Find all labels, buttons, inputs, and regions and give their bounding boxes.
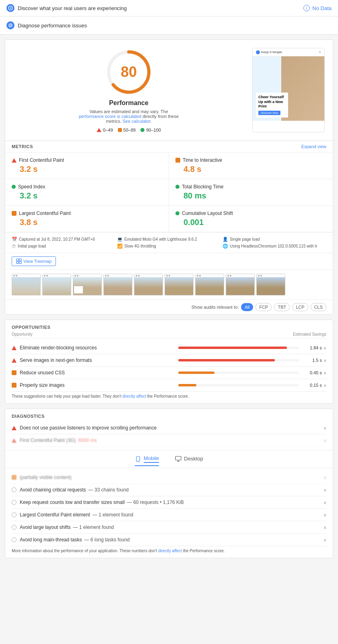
preview-logo: Keep It Simple: [256, 50, 282, 54]
metric-item-lcp: Largest Contentful Paint 3.8 s: [5, 206, 169, 232]
metric-name-lcp: Largest Contentful Paint: [12, 211, 162, 216]
filter-cls-button[interactable]: CLS: [311, 303, 326, 311]
diag-detail-7: — 1 element found: [73, 524, 114, 530]
diag-item-8[interactable]: Avoid long main-thread tasks — 6 long ta…: [12, 534, 326, 546]
mobile-icon: [135, 456, 141, 462]
diag-note-link[interactable]: directly affect: [158, 549, 182, 553]
diag-indicator-7: [12, 525, 16, 530]
opp-indicator-3: [12, 370, 16, 375]
signal-icon: 📶: [117, 244, 123, 249]
metric-value-si: 3.2 s: [12, 191, 162, 200]
metric-indicator-lcp: [12, 211, 16, 216]
metrics-grid: First Contentful Paint 3.2 s Time to Int…: [5, 153, 333, 232]
metric-name-tti: Time to Interactive: [175, 157, 326, 163]
view-treemap-button[interactable]: View Treemap: [12, 256, 56, 266]
diag-chevron-7: ∨: [324, 525, 326, 530]
diag-name-8: Avoid long main-thread tasks — 6 long ta…: [20, 537, 320, 543]
diag-name-4: Avoid chaining critical requests — 33 ch…: [20, 487, 320, 493]
info-browser: 🌐 Using HeadlessChromium 102.0.5005.115 …: [223, 244, 326, 249]
opportunities-header: OPPORTUNITIES: [12, 325, 326, 330]
metric-name-si: Speed Index: [12, 184, 162, 190]
diag-chevron-4: ∨: [324, 488, 326, 492]
opp-item-4[interactable]: Properly size images 0.15 s ∨: [12, 379, 326, 392]
opp-bar-4: [178, 384, 196, 386]
opp-bar-wrap-3: [178, 372, 299, 374]
diag-indicator-3: [12, 475, 16, 480]
filter-lcp-button[interactable]: LCP: [292, 303, 308, 311]
filter-all-button[interactable]: All: [241, 303, 253, 311]
info-load-text: Single page load: [230, 237, 260, 242]
diag-name-5: Keep request counts low and transfer siz…: [20, 500, 320, 505]
savings-col-header: Estimated Savings: [293, 332, 326, 336]
treemap-label: View Treemap: [23, 259, 52, 264]
opp-note-link[interactable]: directly affect: [122, 394, 146, 398]
expand-view-button[interactable]: Expand view: [301, 144, 326, 149]
opp-indicator-4: [12, 383, 16, 388]
info-initial-text: Initial page load: [18, 244, 46, 248]
diag-item-2[interactable]: First Contentful Paint (3G) 6900 ms ∨: [12, 434, 326, 447]
info-initial-load: ⏱ Initial page load: [12, 244, 115, 249]
opp-item-1[interactable]: Eliminate render-blocking resources 1.84…: [12, 342, 326, 354]
filter-fcp-button[interactable]: FCP: [256, 303, 272, 311]
main-card: 80 Performance Values are estimated and …: [5, 39, 333, 315]
diag-indicator-1: [12, 426, 16, 430]
tab-mobile[interactable]: Mobile: [135, 453, 159, 466]
top-bar-title: Discover what your real users are experi…: [18, 5, 127, 11]
info-device-text: Emulated Moto G4 with Lighthouse 9.6.2: [124, 237, 197, 242]
opp-item-3[interactable]: Reduce unused CSS 0.45 s ∨: [12, 367, 326, 379]
diag-indicator-5: [12, 500, 16, 505]
top-bar-left: Discover what your real users are experi…: [6, 4, 127, 12]
metric-value-cls: 0.001: [175, 218, 326, 227]
section-header-icon: [6, 21, 14, 29]
diag-name-2: First Contentful Paint (3G) 6900 ms: [20, 438, 320, 443]
opp-savings-2: 1.5 s ∨: [302, 358, 326, 363]
opportunities-sub-header: Opportunity Estimated Savings: [12, 332, 326, 339]
info-bar: 📅 Captured at Jul 8, 2022, 10:27 PM GMT+…: [5, 232, 333, 253]
diag-item-1[interactable]: Does not use passive listeners to improv…: [12, 422, 326, 434]
diagnostics-header: DIAGNOSTICS: [12, 414, 326, 419]
top-bar-right: i No Data: [303, 5, 332, 11]
score-section: 80 Performance Values are estimated and …: [5, 40, 333, 140]
score-legend: 0–49 50–89 90–100: [97, 128, 161, 132]
info-throttle: 📶 Slow 4G throttling: [117, 244, 221, 249]
legend-item-0: 0–49: [97, 128, 113, 132]
info-capture-text: Captured at Jul 8, 2022, 10:27 PM GMT+6: [19, 237, 95, 242]
diag-name-1: Does not use passive listeners to improv…: [20, 425, 320, 431]
calculator-link[interactable]: See calculator.: [123, 119, 152, 124]
metric-indicator-tti: [175, 158, 180, 163]
filmstrip-frame-2: [42, 274, 71, 295]
preview-site-name: Keep It Simple: [261, 50, 282, 54]
top-bar-logo-icon: [6, 4, 14, 12]
tab-bar: Mobile Desktop: [5, 450, 333, 468]
preview-menu-icon: ≡: [319, 50, 321, 54]
metric-value-lcp: 3.8 s: [12, 218, 162, 227]
desktop-icon: [175, 456, 181, 462]
top-bar: Discover what your real users are experi…: [0, 0, 338, 17]
diag-item-4[interactable]: Avoid chaining critical requests — 33 ch…: [12, 484, 326, 496]
section-header-title: Diagnose performance issues: [18, 23, 87, 29]
preview-logo-icon: [256, 50, 260, 54]
filmstrip-frame-8: [226, 274, 255, 295]
filter-tbt-button[interactable]: TBT: [274, 303, 290, 311]
diag-indicator-6: [12, 512, 16, 517]
metric-item-tbt: Total Blocking Time 80 ms: [169, 179, 333, 206]
info-browser-text: Using HeadlessChromium 102.0.5005.115 wi…: [230, 244, 317, 248]
filmstrip-frame-4: [103, 274, 132, 295]
preview-cta-button: Discover Now: [258, 111, 280, 115]
metric-item-si: Speed Index 3.2 s: [5, 179, 169, 206]
diag-item-7[interactable]: Avoid large layout shifts — 1 element fo…: [12, 521, 326, 534]
tab-desktop[interactable]: Desktop: [175, 453, 203, 465]
metric-item-cls: Cumulative Layout Shift 0.001: [169, 206, 333, 232]
legend-square-icon: [118, 128, 122, 132]
diag-item-6[interactable]: Largest Contentful Paint element — 1 ele…: [12, 509, 326, 521]
diag-item-5[interactable]: Keep request counts low and transfer siz…: [12, 496, 326, 509]
diag-name-6: Largest Contentful Paint element — 1 ele…: [20, 512, 320, 518]
opp-bar-wrap-4: [178, 384, 299, 386]
legend-circle-icon: [140, 128, 144, 132]
chevron-icon-4: ∨: [324, 383, 326, 388]
opp-item-2[interactable]: Serve images in next-gen formats 1.5 s ∨: [12, 354, 326, 367]
performance-score-link[interactable]: performance score is calculated: [79, 114, 141, 119]
diag-item-3[interactable]: (partially visible content) ∨: [12, 471, 326, 484]
info-capture-time: 📅 Captured at Jul 8, 2022, 10:27 PM GMT+…: [12, 237, 115, 242]
website-preview-card: Keep It Simple ≡ Cheer Yourself Up with …: [252, 48, 325, 132]
